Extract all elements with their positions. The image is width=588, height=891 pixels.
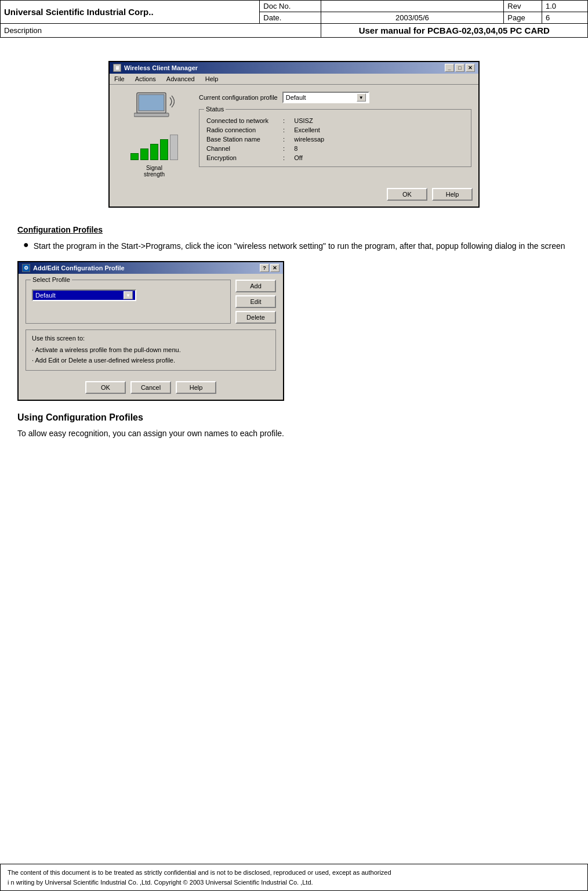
rev-value: 1.0 <box>542 1 588 12</box>
status-group: Status Connected to network : USISZ Radi… <box>199 109 471 167</box>
footer-line2: i n writing by Universal Scientific Indu… <box>8 878 580 888</box>
aecp-titlebar-buttons[interactable]: ? ✕ <box>260 264 280 272</box>
aecp-footer: OK Cancel Help <box>19 376 283 400</box>
bullet-item-1: ● Start the program in the Start->Progra… <box>23 240 571 252</box>
aecp-close-btn[interactable]: ✕ <box>270 264 280 272</box>
signal-bar-1 <box>130 153 139 160</box>
status-row: Encryption : Off <box>206 154 464 162</box>
status-sep: : <box>283 126 293 134</box>
menu-file[interactable]: File <box>112 75 127 83</box>
signal-bar-3 <box>150 144 158 160</box>
profile-select-value: Default <box>286 94 306 101</box>
status-sep: : <box>283 117 293 125</box>
aecp-profile-select-row: Default ▼ <box>32 289 224 301</box>
menu-actions[interactable]: Actions <box>133 75 158 83</box>
bullet-text-1: Start the program in the Start->Programs… <box>34 240 565 252</box>
aecp-hint-box: Use this screen to: · Activate a wireles… <box>26 329 276 371</box>
status-sep: : <box>283 154 293 162</box>
wcm-footer: OK Help <box>110 184 478 207</box>
wcm-ok-button[interactable]: OK <box>387 188 427 201</box>
aecp-group-legend: Select Profile <box>31 276 72 283</box>
status-val: wirelessap <box>294 135 464 143</box>
laptop-icon <box>134 92 175 124</box>
aecp-edit-button[interactable]: Edit <box>235 295 276 308</box>
wcm-minimize-btn[interactable]: _ <box>445 64 454 72</box>
status-val: Excellent <box>294 126 464 134</box>
wcm-titlebar-buttons[interactable]: _ □ ✕ <box>445 64 475 72</box>
company-name: Universal Scientific Industrial Corp.. <box>1 1 260 24</box>
config-profiles-heading: Configuration Profiles <box>17 225 571 234</box>
svg-rect-1 <box>139 95 164 111</box>
status-key: Encryption <box>206 154 282 162</box>
signal-bar-5 <box>170 135 178 160</box>
using-config-heading: Using Configuration Profiles <box>17 412 571 423</box>
profile-label: Current configuration profile <box>199 94 278 101</box>
aecp-dropdown-arrow[interactable]: ▼ <box>124 291 133 299</box>
profile-select[interactable]: Default ▼ <box>282 92 369 103</box>
wcm-body: Signalstrength Current configuration pro… <box>110 85 478 184</box>
aecp-ok-button[interactable]: OK <box>85 381 126 394</box>
footer-line1: The content of this document is to be tr… <box>8 868 580 878</box>
main-content: 🖥 Wireless Client Manager _ □ ✕ File Act… <box>0 38 588 449</box>
aecp-hint-list: · Activate a wireless profile from the p… <box>32 345 270 365</box>
wcm-titlebar-left: 🖥 Wireless Client Manager <box>113 64 198 72</box>
status-key: Base Station name <box>206 135 282 143</box>
doc-no-value <box>321 1 504 12</box>
date-label: Date. <box>260 12 321 24</box>
desc-label: Description <box>1 24 321 38</box>
aecp-body: Select Profile Default ▼ Add Edit Delete <box>19 274 283 376</box>
using-config-para: To allow easy recognition, you can assig… <box>17 428 571 440</box>
svg-rect-2 <box>134 113 169 117</box>
wcm-maximize-btn[interactable]: □ <box>455 64 464 72</box>
aecp-top-row: Select Profile Default ▼ Add Edit Delete <box>26 280 276 324</box>
page-label: Page <box>504 12 542 24</box>
profile-row: Current configuration profile Default ▼ <box>199 92 471 103</box>
desc-value: User manual for PCBAG-02,03,04,05 PC CAR… <box>321 24 587 38</box>
doc-no-label: Doc No. <box>260 1 321 12</box>
aecp-add-button[interactable]: Add <box>235 280 276 292</box>
status-key: Channel <box>206 144 282 153</box>
status-row: Connected to network : USISZ <box>206 117 464 125</box>
bullet-dot-1: ● <box>23 240 29 250</box>
aecp-screenshot-container: ⚙ Add/Edit Configuration Profile ? ✕ Sel… <box>17 261 571 401</box>
wcm-left-panel: Signalstrength <box>117 92 192 178</box>
aecp-hint-title: Use this screen to: <box>32 335 270 342</box>
wcm-title: Wireless Client Manager <box>124 64 198 71</box>
date-value: 2003/05/6 <box>321 12 504 24</box>
aecp-profile-select[interactable]: Default ▼ <box>32 289 136 301</box>
page-footer: The content of this document is to be tr… <box>0 864 588 891</box>
status-row: Channel : 8 <box>206 144 464 153</box>
profile-dropdown-arrow[interactable]: ▼ <box>357 93 366 102</box>
menu-help[interactable]: Help <box>203 75 221 83</box>
hint-line: · Activate a wireless profile from the p… <box>32 345 270 356</box>
aecp-app-icon: ⚙ <box>22 264 30 272</box>
status-val: USISZ <box>294 117 464 125</box>
aecp-help-btn[interactable]: ? <box>260 264 269 272</box>
aecp-profile-value: Default <box>35 292 56 299</box>
wcm-help-button[interactable]: Help <box>432 188 473 201</box>
status-val: Off <box>294 154 464 162</box>
aecp-help-button[interactable]: Help <box>176 381 216 394</box>
wcm-close-btn[interactable]: ✕ <box>466 64 475 72</box>
signal-bars <box>130 131 178 160</box>
wcm-screenshot-container: 🖥 Wireless Client Manager _ □ ✕ File Act… <box>17 61 571 208</box>
signal-bar-4 <box>160 139 168 160</box>
signal-label: Signalstrength <box>144 165 165 178</box>
status-val: 8 <box>294 144 464 153</box>
aecp-dialog: ⚙ Add/Edit Configuration Profile ? ✕ Sel… <box>17 261 284 401</box>
menu-advanced[interactable]: Advanced <box>164 75 197 83</box>
status-table: Connected to network : USISZ Radio conne… <box>205 115 465 163</box>
aecp-cancel-button[interactable]: Cancel <box>130 381 171 394</box>
wcm-right-panel: Current configuration profile Default ▼ … <box>199 92 471 178</box>
status-sep: : <box>283 144 293 153</box>
wcm-menubar: File Actions Advanced Help <box>110 74 478 85</box>
aecp-profile-group: Select Profile Default ▼ <box>26 280 231 324</box>
wcm-dialog: 🖥 Wireless Client Manager _ □ ✕ File Act… <box>108 61 480 208</box>
hint-line: · Add Edit or Delete a user-defined wire… <box>32 356 270 366</box>
page-value: 6 <box>542 12 588 24</box>
aecp-title: Add/Edit Configuration Profile <box>33 265 125 271</box>
aecp-titlebar: ⚙ Add/Edit Configuration Profile ? ✕ <box>19 262 283 274</box>
status-group-legend: Status <box>204 106 226 113</box>
aecp-delete-button[interactable]: Delete <box>235 311 276 324</box>
status-sep: : <box>283 135 293 143</box>
